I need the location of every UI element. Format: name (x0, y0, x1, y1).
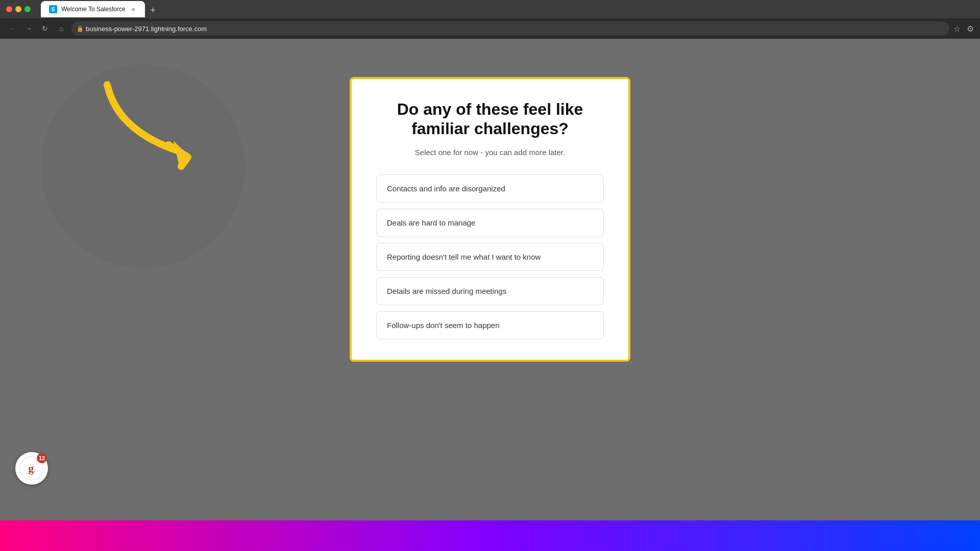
traffic-lights (6, 6, 31, 12)
challenge-item-1[interactable]: Contacts and info are disorganized (376, 174, 604, 203)
title-bar: S Welcome To Salesforce ✕ + (0, 0, 980, 18)
main-area: Do any of these feel like familiar chall… (0, 39, 980, 520)
arrow-svg (77, 69, 230, 171)
tab-title: Welcome To Salesforce (61, 6, 126, 13)
g2-badge-inner: g. 12 (19, 456, 44, 481)
tab-bar: S Welcome To Salesforce ✕ + (35, 1, 166, 17)
toolbar-icons: ☆ ⚙ (953, 24, 974, 34)
challenge-item-3[interactable]: Reporting doesn't tell me what I want to… (376, 243, 604, 271)
bottom-bar (0, 520, 980, 551)
challenge-list: Contacts and info are disorganized Deals… (376, 174, 604, 339)
address-bar-row: ← → ↻ ⌂ 🔒 business-power-2971.lightning.… (0, 18, 980, 39)
card-title: Do any of these feel like familiar chall… (376, 99, 604, 139)
tab-close-button[interactable]: ✕ (130, 6, 137, 13)
g2-badge-count: 12 (37, 453, 47, 463)
lock-icon: 🔒 (77, 26, 84, 32)
challenge-item-2[interactable]: Deals are hard to manage (376, 209, 604, 237)
minimize-button[interactable] (15, 6, 21, 12)
tab-favicon: S (49, 5, 57, 13)
g2-logo-text: g. (28, 462, 35, 475)
new-tab-button[interactable]: + (146, 3, 160, 17)
card-subtitle: Select one for now - you can add more la… (376, 147, 604, 159)
refresh-button[interactable]: ↻ (39, 22, 51, 35)
address-bar[interactable]: 🔒 business-power-2971.lightning.force.co… (71, 21, 949, 36)
back-button[interactable]: ← (6, 22, 18, 35)
challenge-card: Do any of these feel like familiar chall… (350, 77, 630, 362)
active-tab[interactable]: S Welcome To Salesforce ✕ (41, 1, 145, 17)
maximize-button[interactable] (24, 6, 31, 12)
extensions-icon[interactable]: ⚙ (967, 24, 974, 34)
star-icon[interactable]: ☆ (953, 24, 961, 34)
g2-badge[interactable]: g. 12 (15, 452, 48, 485)
arrow-container (77, 69, 230, 171)
challenge-item-4[interactable]: Details are missed during meetings (376, 277, 604, 305)
challenge-item-5[interactable]: Follow-ups don't seem to happen (376, 311, 604, 339)
close-button[interactable] (6, 6, 12, 12)
browser-chrome: S Welcome To Salesforce ✕ + ← → ↻ ⌂ 🔒 bu… (0, 0, 980, 39)
url-display[interactable]: business-power-2971.lightning.force.com (71, 21, 949, 36)
home-button[interactable]: ⌂ (55, 22, 67, 35)
forward-button[interactable]: → (22, 22, 35, 35)
card-wrapper: Do any of these feel like familiar chall… (350, 77, 630, 362)
